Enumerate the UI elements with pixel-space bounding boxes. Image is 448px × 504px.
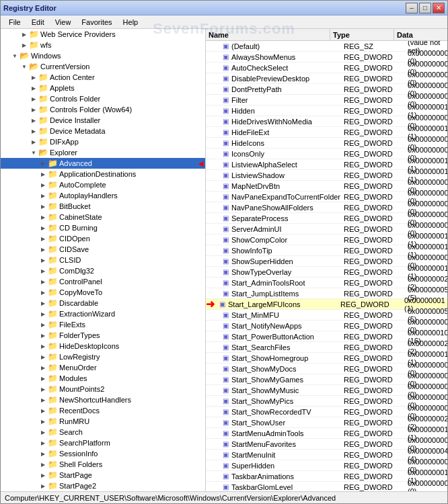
tree-expander[interactable]: ▶ — [20, 29, 29, 40]
tree-item[interactable]: ▶ 📁 FileExts — [1, 319, 205, 330]
tree-item[interactable]: ▶ 📁 DIFxApp — [1, 136, 205, 147]
tree-item[interactable]: ▼ 📂 Windows — [1, 50, 205, 61]
tree-expander[interactable]: ▶ — [38, 448, 48, 459]
tree-item[interactable]: ▶ 📁 BitBucket — [1, 201, 205, 212]
menu-file[interactable]: File — [3, 17, 26, 28]
menu-favorites[interactable]: Favorites — [76, 17, 117, 28]
tree-expander[interactable]: ▶ — [38, 287, 48, 298]
tree-expander[interactable]: ▶ — [38, 319, 48, 330]
tree-item[interactable]: ▼ 📂 Explorer — [1, 147, 205, 158]
tree-item[interactable]: ▶ 📁 ComDlg32 — [1, 265, 205, 276]
menu-help[interactable]: Help — [118, 17, 144, 28]
tree-item[interactable]: ▶ 📁 Shell Folders — [1, 459, 205, 470]
tree-expander[interactable]: ▶ — [38, 222, 48, 233]
tree-item[interactable]: ▶ 📁 CLSID — [1, 255, 205, 265]
tree-expander[interactable]: ▶ — [38, 158, 48, 169]
tree-item[interactable]: ▶ 📁 SessionInfo — [1, 448, 205, 459]
tree-item[interactable]: ▶ 📁 NewShortcutHandlers — [1, 394, 205, 405]
tree-expander[interactable]: ▶ — [20, 40, 29, 50]
tree-expander[interactable]: ▶ — [38, 373, 48, 384]
tree-expander[interactable]: ▶ — [29, 126, 38, 136]
tree-expander[interactable]: ▶ — [38, 351, 48, 362]
tree-item[interactable]: ▶ 📁 CabinetState — [1, 212, 205, 222]
tree-item[interactable]: ▶ 📁 Web Service Providers — [1, 29, 205, 40]
tree-item[interactable]: ▶ 📁 FolderTypes — [1, 330, 205, 341]
tree-expander[interactable]: ▼ — [29, 147, 38, 158]
tree-item[interactable]: ▶ 📁 CopyMoveTo — [1, 287, 205, 298]
tree-expander[interactable]: ▼ — [20, 61, 29, 72]
tree-expander[interactable]: ▶ — [38, 416, 48, 427]
tree-item[interactable]: ▼ 📂 CurrentVersion — [1, 61, 205, 72]
col-header-name[interactable]: Name — [206, 29, 330, 41]
tree-item[interactable]: ▶ 📁 StartPage — [1, 470, 205, 480]
tree-item[interactable]: ▶ 📁 LowRegistry — [1, 351, 205, 362]
menu-edit[interactable]: Edit — [26, 17, 50, 28]
tree-expander[interactable]: ▶ — [38, 276, 48, 287]
tree-expander[interactable]: ▶ — [38, 362, 48, 373]
tree-expander[interactable]: ▶ — [38, 212, 48, 222]
tree-item[interactable]: ▶ 📁 wfs — [1, 40, 205, 50]
tree-expander[interactable]: ▶ — [38, 244, 48, 255]
tree-item[interactable]: ▶ 📁 ControlPanel — [1, 276, 205, 287]
tree-panel[interactable]: ▶ 📁 Web Service Providers ▶ 📁 wfs ▼ 📂 Wi… — [1, 29, 206, 491]
col-header-data[interactable]: Data — [394, 29, 447, 41]
tree-item[interactable]: ▶ 📁 Controls Folder — [1, 93, 205, 104]
reg-entry-type: REG_DWORD — [344, 247, 408, 255]
tree-expander[interactable]: ▶ — [38, 480, 48, 491]
tree-item[interactable]: ▶ 📁 Advanced ◄ — [1, 158, 205, 169]
tree-item[interactable]: ▶ 📁 StartPage2 — [1, 480, 205, 491]
tree-item[interactable]: ▶ 📁 Discardable — [1, 298, 205, 308]
tree-expander[interactable]: ▶ — [38, 341, 48, 351]
tree-expander[interactable]: ▶ — [38, 233, 48, 244]
minimize-button[interactable]: – — [406, 3, 418, 13]
tree-expander[interactable]: ▶ — [38, 190, 48, 201]
tree-expander[interactable]: ▼ — [10, 50, 20, 61]
tree-item[interactable]: ▶ 📁 AutoComplete — [1, 179, 205, 190]
tree-item[interactable]: ▶ 📁 AutoplayHandlers — [1, 190, 205, 201]
col-header-type[interactable]: Type — [330, 29, 394, 41]
tree-item[interactable]: ▶ 📁 Controls Folder (Wow64) — [1, 104, 205, 115]
tree-item[interactable]: ▶ 📁 Modules — [1, 373, 205, 384]
tree-expander[interactable]: ▶ — [38, 201, 48, 212]
tree-item[interactable]: ▶ 📁 RecentDocs — [1, 405, 205, 416]
tree-expander[interactable]: ▶ — [38, 265, 48, 276]
registry-panel[interactable]: Name Type Data ▣ (Default) REG_SZ (value… — [206, 29, 447, 491]
tree-expander[interactable]: ▶ — [29, 104, 38, 115]
tree-item[interactable]: ▶ 📁 CIDSave — [1, 244, 205, 255]
tree-expander[interactable]: ▶ — [38, 384, 48, 394]
tree-item[interactable]: ▶ 📁 SearchPlatform — [1, 437, 205, 448]
tree-item[interactable]: ▶ 📁 Search — [1, 427, 205, 437]
tree-item[interactable]: ▶ 📁 Device Installer — [1, 115, 205, 126]
tree-expander[interactable]: ▶ — [29, 72, 38, 83]
tree-expander[interactable]: ▶ — [29, 115, 38, 126]
tree-item[interactable]: ▶ 📁 Device Metadata — [1, 126, 205, 136]
tree-expander[interactable]: ▶ — [38, 394, 48, 405]
tree-item[interactable]: ▶ 📁 MountPoints2 — [1, 384, 205, 394]
tree-expander[interactable]: ▶ — [38, 470, 48, 480]
tree-item[interactable]: ▶ 📁 HideDesktopIcons — [1, 341, 205, 351]
tree-expander[interactable]: ▶ — [38, 459, 48, 470]
menu-view[interactable]: View — [50, 17, 77, 28]
tree-expander[interactable]: ▶ — [38, 255, 48, 265]
tree-expander[interactable]: ▶ — [38, 330, 48, 341]
tree-expander[interactable]: ▶ — [29, 136, 38, 147]
tree-expander[interactable]: ▶ — [38, 308, 48, 319]
tree-item[interactable]: ▶ 📁 Action Center — [1, 72, 205, 83]
tree-expander[interactable]: ▶ — [29, 83, 38, 93]
tree-expander[interactable]: ▶ — [38, 405, 48, 416]
tree-item[interactable]: ▶ 📁 ApplicationDestinations — [1, 169, 205, 179]
close-button[interactable]: ✕ — [433, 3, 445, 13]
tree-expander[interactable]: ▶ — [38, 169, 48, 179]
tree-expander[interactable]: ▶ — [38, 179, 48, 190]
tree-expander[interactable]: ▶ — [38, 298, 48, 308]
tree-item[interactable]: ▶ 📁 ExtractionWizard — [1, 308, 205, 319]
tree-expander[interactable]: ▶ — [29, 93, 38, 104]
tree-expander[interactable]: ▶ — [38, 437, 48, 448]
tree-item[interactable]: ▶ 📁 CD Burning — [1, 222, 205, 233]
tree-item[interactable]: ▶ 📁 Applets — [1, 83, 205, 93]
tree-expander[interactable]: ▶ — [38, 427, 48, 437]
tree-item[interactable]: ▶ 📁 CIDOpen — [1, 233, 205, 244]
tree-item[interactable]: ▶ 📁 RunMRU — [1, 416, 205, 427]
tree-item[interactable]: ▶ 📁 MenuOrder — [1, 362, 205, 373]
maximize-button[interactable]: □ — [419, 3, 431, 13]
